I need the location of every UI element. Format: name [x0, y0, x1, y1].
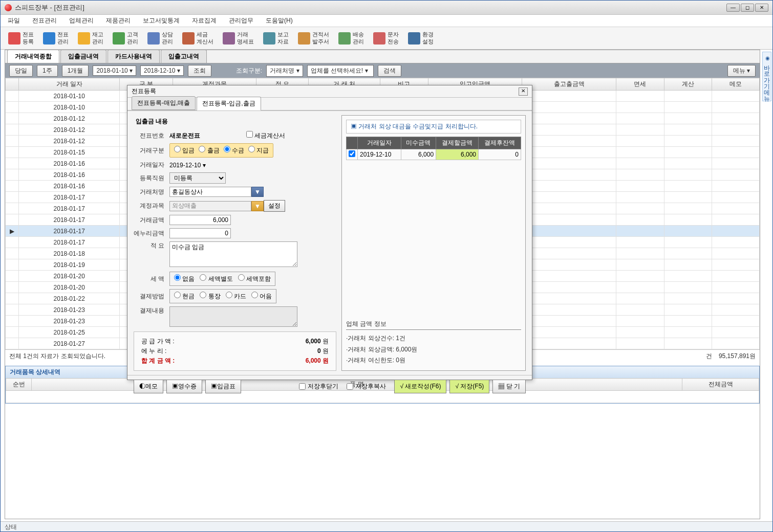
menu-업체관리[interactable]: 업체관리: [66, 15, 97, 26]
company-input[interactable]: [169, 187, 251, 197]
tax-invoice-check[interactable]: 세금계산서: [246, 131, 285, 140]
tab-카드사용내역[interactable]: 카드사용내역: [108, 50, 160, 63]
amount-input[interactable]: [169, 215, 231, 225]
employee-select[interactable]: 미등록: [169, 172, 226, 184]
title-bar: 스피드장부 - [전표관리] — ◻ ✕: [1, 1, 772, 15]
pay-radio-group[interactable]: 현금 통장 카드 어음: [169, 289, 276, 303]
toolbar-전표관리[interactable]: 전표 관리: [39, 29, 72, 47]
menu-자료집계[interactable]: 자료집계: [189, 15, 220, 26]
modal-tab-0[interactable]: 전표등록-매입,매출: [132, 96, 196, 110]
filter-month-button[interactable]: 1개월: [62, 65, 89, 77]
tax-radio-group[interactable]: 없음 세액별도 세액포함: [169, 272, 275, 286]
tb-icon: [8, 32, 20, 45]
tb-icon: [78, 32, 90, 45]
menu-button[interactable]: 메뉴 ▾: [727, 65, 756, 77]
modal-close-footer-button[interactable]: ▦ 닫 기: [492, 380, 526, 393]
maximize-button[interactable]: ◻: [741, 4, 754, 12]
tb-icon: [43, 32, 55, 45]
memo-button[interactable]: ◐메모: [134, 380, 163, 393]
date-to-input[interactable]: 2018-12-10 ▾: [140, 65, 184, 76]
company-amount-info: 업체 금액 정보 ·거래처 외상건수: 1건·거래처 외상금액: 6,000원·…: [346, 320, 521, 366]
status-bar: 상태: [1, 521, 772, 531]
menu-보고서및통계[interactable]: 보고서및통계: [140, 15, 183, 26]
tab-입출고내역[interactable]: 입출고내역: [161, 50, 207, 63]
toolbar-견적서발주서[interactable]: 견적서 발주서: [294, 29, 333, 47]
tb-icon: [182, 32, 195, 45]
save-close-check[interactable]: 저장후닫기: [299, 382, 338, 391]
toolbar: 전표 등록전표 관리재고 관리고객 관리상담 관리세금 계산서거래 명세표보고 …: [1, 27, 772, 50]
filter-today-button[interactable]: 당일: [9, 65, 33, 77]
filter-bar: 당일 1주 1개월 2018-01-10 ▾ 2018-12-10 ▾ 조회 조…: [5, 63, 760, 78]
trans-date-input[interactable]: 2019-12-10 ▾: [169, 162, 206, 169]
toolbar-환경설정[interactable]: 환경 설정: [404, 29, 437, 47]
account-dropdown-button[interactable]: ▼: [251, 201, 264, 211]
settlement-grid[interactable]: 거래일자 미수금액 결제할금액 결제후잔액 2019-12-10 6,000 6…: [346, 137, 521, 160]
amount-summary: 공 급 가 액 :6,000 원 에 누 리 :0 원 합 계 금 액 :6,0…: [134, 331, 336, 371]
voucher-modal: 전표등록 ✕ 전표등록-매입,매출전표등록-입금,출금 입출금 내용 전표번호 …: [127, 85, 532, 380]
toolbar-배송관리[interactable]: 배송 관리: [335, 29, 368, 47]
receipt-button[interactable]: ▣영수증: [166, 380, 202, 393]
toolbar-전표등록[interactable]: 전표 등록: [5, 29, 37, 47]
menu-관리업무[interactable]: 관리업무: [226, 15, 256, 26]
tb-icon: [223, 32, 235, 45]
cond-label: 조회구분:: [236, 66, 262, 75]
memo-textarea[interactable]: 미수금 입금: [169, 241, 297, 267]
main-tab-strip: 거래내역종합입출금내역카드사용내역입출고내역: [5, 50, 760, 63]
date-from-input[interactable]: 2018-01-10 ▾: [93, 65, 136, 76]
menu-도움말(H)[interactable]: 도움말(H): [263, 15, 296, 26]
section-title: 입출금 내용: [136, 117, 336, 126]
search-button[interactable]: 조회: [188, 65, 211, 77]
menu-bar: 파일전표관리업체관리제품관리보고서및통계자료집계관리업무도움말(H): [1, 15, 772, 27]
row-checkbox[interactable]: [349, 150, 355, 157]
company-dropdown-button[interactable]: ▼: [251, 187, 264, 197]
tab-입출금내역[interactable]: 입출금내역: [60, 50, 106, 63]
toolbar-세금계산서[interactable]: 세금 계산서: [179, 29, 217, 47]
modal-title: 전표등록: [132, 87, 156, 96]
toolbar-상담관리[interactable]: 상담 관리: [144, 29, 177, 47]
new-button[interactable]: √ 새로작성(F6): [394, 380, 446, 393]
save-button[interactable]: √ 저장(F5): [449, 380, 489, 393]
tb-icon: [298, 32, 310, 45]
menu-전표관리[interactable]: 전표관리: [29, 15, 60, 26]
tab-거래내역종합[interactable]: 거래내역종합: [7, 50, 59, 63]
tb-icon: [113, 32, 125, 45]
company-select[interactable]: 업체를 선택하세요! ▾: [307, 65, 374, 77]
voucher-no: 새로운전표: [169, 132, 200, 139]
tb-icon: [408, 32, 420, 45]
type-radio-group[interactable]: 입금 출금 수금 지급: [169, 143, 273, 158]
close-button[interactable]: ✕: [755, 4, 768, 12]
tb-icon: [338, 32, 351, 45]
toolbar-고객관리[interactable]: 고객 관리: [109, 29, 142, 47]
tb-icon: [373, 32, 385, 45]
app-icon: [5, 4, 12, 11]
cond-select[interactable]: 거래처명 ▾: [266, 65, 303, 77]
minimize-button[interactable]: —: [726, 4, 740, 12]
modal-close-button[interactable]: ✕: [519, 87, 528, 96]
status-text: 전체 1건의 자료가 조회되었습니다.: [9, 352, 105, 361]
search2-button[interactable]: 검색: [378, 65, 401, 77]
modal-tab-1[interactable]: 전표등록-입금,출금: [197, 97, 261, 110]
toolbar-보고자료[interactable]: 보고 자료: [260, 29, 292, 47]
tb-icon: [147, 32, 160, 45]
toolbar-재고관리[interactable]: 재고 관리: [74, 29, 107, 47]
settings-button[interactable]: 설정: [264, 200, 285, 212]
slip-button[interactable]: ▣입금표: [205, 380, 241, 393]
window-title: 스피드장부 - [전표관리]: [15, 3, 84, 12]
tb-icon: [263, 32, 275, 45]
toolbar-문자전송[interactable]: 문자 전송: [370, 29, 402, 47]
menu-제품관리[interactable]: 제품관리: [103, 15, 134, 26]
filter-week-button[interactable]: 1주: [37, 65, 58, 77]
discount-input[interactable]: [169, 228, 231, 238]
shortcut-strip[interactable]: ◉바로가기메뉴: [762, 52, 771, 101]
paydesc-textarea: [169, 306, 297, 327]
menu-파일[interactable]: 파일: [5, 15, 23, 26]
save-copy-check[interactable]: 저장후복사: [347, 382, 386, 391]
info-text: ▣ 거래처 외상 대금을 수금및지급 처리합니다.: [346, 120, 521, 134]
account-input: [169, 201, 251, 211]
settlement-row[interactable]: 2019-12-10 6,000 6,000 0: [347, 149, 521, 160]
toolbar-거래명세표[interactable]: 거래 명세표: [219, 29, 257, 47]
